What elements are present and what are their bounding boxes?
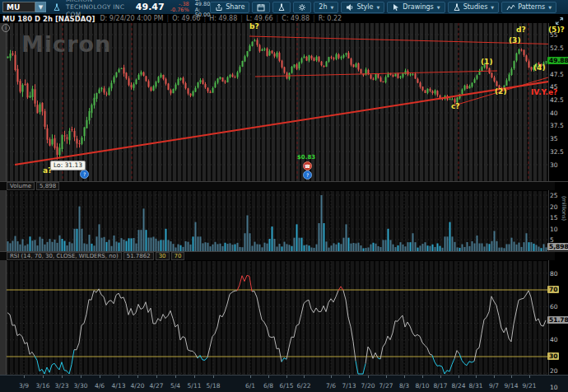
time-axis-label: 8/24 <box>452 382 466 390</box>
time-axis-label: 7/27 <box>379 382 393 390</box>
ohlc-field: C: 49.88 <box>282 15 310 22</box>
price-axis-label: 37.5 <box>550 122 564 129</box>
studies-button[interactable]: Studies▼ <box>448 2 500 13</box>
elliott-wave-label: (2) <box>495 87 507 96</box>
elliott-wave-label: d? <box>516 26 526 34</box>
info-icon[interactable]: i <box>2 24 10 32</box>
last-price: 49.47 <box>136 2 165 12</box>
time-axis-label: 8/17 <box>434 382 448 390</box>
ask-value: A: 50.00 <box>195 7 211 18</box>
field-separator: | <box>277 15 279 22</box>
left-edge-strip <box>0 23 7 375</box>
ohlc-field: L: 49.66 <box>246 15 273 22</box>
time-axis-tick <box>100 376 100 378</box>
share-button[interactable]: Share <box>210 2 249 13</box>
style-button[interactable]: Style▼ <box>341 2 384 13</box>
time-axis-label: 6/22 <box>297 382 311 390</box>
drawings-button-label: Drawings <box>403 3 433 11</box>
price-axis-label: 30 <box>550 161 558 169</box>
ohlc-field: R: 0.22 <box>319 15 342 22</box>
ohlc-field: H: 49.88 <box>209 15 237 22</box>
toolbar-buttons: Share2h▼Style▼Drawings▼Studies▼Patterns▼ <box>210 2 568 13</box>
chevron-down-icon: ▼ <box>331 5 334 10</box>
elliott-wave-label: c? <box>451 102 460 110</box>
price-axis-label: 42.5 <box>550 96 564 104</box>
time-axis-tick <box>529 376 530 378</box>
time-axis-tick <box>349 376 350 378</box>
patterns-button[interactable]: Patterns▼ <box>501 2 556 13</box>
rsi-label[interactable]: RSI (14, 70, 30, CLOSE, WILDERS, no) <box>7 252 122 260</box>
volume-header: Volume 5,898 <box>0 182 555 190</box>
chevron-down-icon: ▼ <box>548 5 552 10</box>
gear-icon <box>298 3 306 12</box>
style-icon <box>346 3 354 12</box>
rsi-value-badge: 51.7862 <box>547 316 568 324</box>
time-axis-label: 9/14 <box>505 382 519 390</box>
rsi-overbought-badge: 70 <box>547 286 559 293</box>
analyze-flask-icon[interactable] <box>53 3 61 12</box>
drawings-button[interactable]: Drawings▼ <box>387 2 445 13</box>
time-axis-tick <box>213 376 214 378</box>
price-axis-label: 35 <box>550 135 558 142</box>
time-axis-tick <box>175 376 176 378</box>
volume-axis-unit: (millions) <box>561 196 567 221</box>
rsi-axis-label: 40 <box>550 336 558 343</box>
time-axis-label: 5/11 <box>188 382 202 390</box>
symbol-dropdown-caret[interactable]: ▼ <box>35 2 46 12</box>
volume-axis-label: 20 <box>550 203 558 211</box>
change-block: -.38 -0.76% <box>170 2 189 12</box>
rsi-axis-label: 10 <box>550 384 558 391</box>
flask-button[interactable] <box>272 2 291 13</box>
company-name: MICRON TECHNOLOGY INC COM <box>66 0 128 18</box>
field-separator: | <box>313 15 315 22</box>
gear-button[interactable] <box>293 2 311 13</box>
time-axis-label: 6/15 <box>280 382 294 390</box>
time-axis-label: 9/7 <box>489 382 499 390</box>
patterns-button-label: Patterns <box>518 3 545 11</box>
rsi-oversold-setting: 30 <box>156 252 170 260</box>
time-axis-tick <box>404 376 405 378</box>
time-axis-label: 6/8 <box>263 382 273 390</box>
time-axis-label: 3/9 <box>19 382 29 390</box>
time-axis-label: 7/6 <box>326 382 336 390</box>
field-separator: | <box>240 15 243 22</box>
current-volume-badge: 5,898 <box>547 243 568 250</box>
flask-icon <box>277 3 286 12</box>
elliott-wave-label: b? <box>249 22 259 30</box>
time-axis-tick <box>304 376 305 378</box>
earnings-marker-icon[interactable]: ? <box>80 170 89 179</box>
time-axis-tick <box>137 376 138 378</box>
time-axis-label: 3/30 <box>74 382 88 390</box>
symbol-box: MU ▼ <box>2 2 46 12</box>
calendar-button[interactable] <box>252 2 270 13</box>
volume-value: 5,898 <box>36 182 59 190</box>
chevron-down-icon: ▼ <box>491 5 494 10</box>
low-tooltip: Lo: 31.13 <box>50 161 86 170</box>
time-axis-label: 4/6 <box>95 382 105 390</box>
price-axis-label: 52.5 <box>550 44 564 52</box>
expand-icon[interactable] <box>555 13 564 29</box>
time-axis-label: 5/4 <box>170 382 180 390</box>
timeframe-button[interactable]: 2h▼ <box>314 2 338 13</box>
time-axis-tick <box>440 376 441 378</box>
thinkorswim-chart-window: MU ▼ MICRON TECHNOLOGY INC COM 49.47 -.3… <box>0 0 568 392</box>
time-axis-tick <box>331 376 332 378</box>
volume-label[interactable]: Volume <box>7 182 35 190</box>
earnings-marker-icon[interactable]: ? <box>303 170 312 180</box>
symbol-input[interactable]: MU <box>2 2 35 12</box>
rsi-header: RSI (14, 70, 30, CLOSE, WILDERS, no) 51.… <box>0 252 555 260</box>
flask-icon <box>453 3 461 12</box>
chevron-down-icon: ▼ <box>437 5 440 10</box>
volume-axis-label: 25 <box>550 192 558 199</box>
calendar-icon <box>257 3 265 12</box>
rsi-chart <box>0 261 548 375</box>
conference-call-marker-icon[interactable]: ☎ <box>303 161 312 170</box>
rsi-axis-label: 60 <box>550 303 558 310</box>
time-axis-tick <box>286 376 287 378</box>
price-axis-label: 32.5 <box>550 148 564 156</box>
share-button-label: Share <box>226 3 244 11</box>
time-axis-tick <box>250 376 251 378</box>
time-axis-tick <box>511 376 512 378</box>
ohlc-fields: D: 9/24/20 4:00 PM|O: 49.66|H: 49.88|L: … <box>100 15 342 22</box>
top-toolbar: MU ▼ MICRON TECHNOLOGY INC COM 49.47 -.3… <box>0 0 568 14</box>
